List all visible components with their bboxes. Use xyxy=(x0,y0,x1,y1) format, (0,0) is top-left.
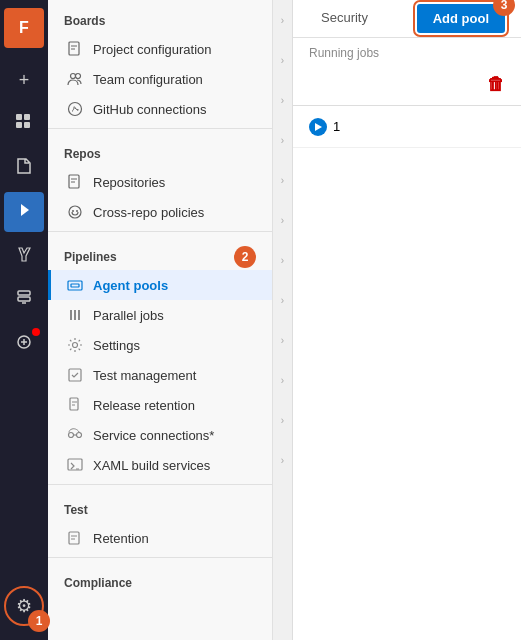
parallel-icon xyxy=(67,307,83,323)
boards-icon-button[interactable] xyxy=(4,104,44,144)
sidebar-item-team-configuration-label: Team configuration xyxy=(93,72,203,87)
svg-rect-22 xyxy=(68,459,82,470)
chevron-2: › xyxy=(273,40,293,80)
sidebar-item-team-configuration[interactable]: Team configuration xyxy=(48,64,272,94)
chevron-1: › xyxy=(273,0,293,40)
sidebar-item-agent-pools-label: Agent pools xyxy=(93,278,168,293)
sidebar-item-release-retention[interactable]: Release retention xyxy=(48,390,272,420)
test-icon-button[interactable] xyxy=(4,236,44,276)
trash-header-icon[interactable]: 🗑 xyxy=(487,74,505,95)
sidebar-item-service-connections[interactable]: Service connections* xyxy=(48,420,272,450)
artifacts-icon-button[interactable] xyxy=(4,280,44,320)
chevron-7: › xyxy=(273,240,293,280)
icon-bar: F + xyxy=(0,0,48,640)
step-badge-3: 3 xyxy=(493,0,515,16)
svg-rect-19 xyxy=(70,398,78,410)
chevron-11: › xyxy=(273,400,293,440)
svg-point-9 xyxy=(76,74,81,79)
pool-table-header: 🗑 xyxy=(293,64,521,106)
pipelines-icon-button[interactable] xyxy=(4,192,44,232)
svg-point-13 xyxy=(72,210,74,212)
running-number: 1 xyxy=(333,119,340,134)
chevron-9: › xyxy=(273,320,293,360)
repositories-icon xyxy=(67,174,83,190)
svg-rect-16 xyxy=(71,284,79,287)
icon-bar-top: + xyxy=(4,60,44,582)
svg-rect-23 xyxy=(69,532,79,544)
tab-security[interactable]: Security xyxy=(309,0,380,37)
pool-table: 🗑 1 xyxy=(293,64,521,640)
plus-icon-button[interactable]: + xyxy=(4,60,44,100)
table-row: 1 xyxy=(293,106,521,148)
sidebar-item-repositories[interactable]: Repositories xyxy=(48,167,272,197)
section-test: Test xyxy=(48,489,272,523)
sidebar-item-project-configuration-label: Project configuration xyxy=(93,42,212,57)
sidebar-item-retention[interactable]: Retention xyxy=(48,523,272,553)
section-boards: Boards xyxy=(48,0,272,34)
svg-rect-5 xyxy=(18,297,30,301)
svg-point-20 xyxy=(69,433,74,438)
sidebar-item-test-management-label: Test management xyxy=(93,368,196,383)
release-retention-icon xyxy=(67,397,83,413)
connections-icon xyxy=(67,427,83,443)
team-icon xyxy=(67,71,83,87)
extensions-icon xyxy=(15,333,33,356)
sidebar-item-repositories-label: Repositories xyxy=(93,175,165,190)
svg-point-14 xyxy=(76,210,78,212)
artifacts-icon xyxy=(15,289,33,312)
svg-rect-18 xyxy=(69,369,81,381)
main-content: Security Add pool 3 Running jobs 🗑 1 xyxy=(293,0,521,640)
sidebar-item-parallel-jobs[interactable]: Parallel jobs xyxy=(48,300,272,330)
logo-button[interactable]: F xyxy=(4,8,44,48)
policy-icon xyxy=(67,204,83,220)
test-icon xyxy=(15,245,33,268)
agent-pools-icon xyxy=(67,277,83,293)
svg-rect-2 xyxy=(16,122,22,128)
sidebar-item-test-management[interactable]: Test management xyxy=(48,360,272,390)
chevron-10: › xyxy=(273,360,293,400)
sidebar-item-xaml-build-services[interactable]: XAML build services xyxy=(48,450,272,480)
doc-icon xyxy=(67,41,83,57)
icon-bar-bottom: ⚙ 1 xyxy=(4,586,44,640)
svg-point-8 xyxy=(71,74,76,79)
sidebar-item-release-retention-label: Release retention xyxy=(93,398,195,413)
main-tabs: Security Add pool 3 xyxy=(293,0,521,38)
extensions-icon-button[interactable] xyxy=(4,324,44,364)
sidebar-item-github-connections[interactable]: GitHub connections xyxy=(48,94,272,124)
notification-badge xyxy=(32,328,40,336)
retention-icon xyxy=(67,530,83,546)
add-pool-button[interactable]: Add pool 3 xyxy=(417,4,505,33)
sidebar-item-cross-repo-policies[interactable]: Cross-repo policies xyxy=(48,197,272,227)
running-count: 1 xyxy=(309,118,340,136)
divider-test-compliance xyxy=(48,557,272,558)
github-icon xyxy=(67,101,83,117)
svg-rect-15 xyxy=(68,281,82,290)
sidebar-item-service-connections-label: Service connections* xyxy=(93,428,214,443)
sidebar: Boards Project configuration Team config… xyxy=(48,0,273,640)
sidebar-item-settings[interactable]: Settings xyxy=(48,330,272,360)
divider-boards-repos xyxy=(48,128,272,129)
sidebar-item-retention-label: Retention xyxy=(93,531,149,546)
step-badge-1: 1 xyxy=(28,610,50,632)
step-badge-2: 2 xyxy=(234,246,256,268)
sidebar-item-project-configuration[interactable]: Project configuration xyxy=(48,34,272,64)
chevron-8: › xyxy=(273,280,293,320)
repos-icon-button[interactable] xyxy=(4,148,44,188)
chevron-6: › xyxy=(273,200,293,240)
repos-icon xyxy=(15,157,33,180)
sidebar-item-parallel-jobs-label: Parallel jobs xyxy=(93,308,164,323)
svg-rect-0 xyxy=(16,114,22,120)
chevron-column: › › › › › › › › › › › › xyxy=(273,0,293,640)
svg-point-10 xyxy=(69,103,82,116)
svg-rect-3 xyxy=(24,122,30,128)
svg-point-12 xyxy=(69,206,81,218)
section-compliance: Compliance xyxy=(48,562,272,596)
svg-rect-4 xyxy=(18,291,30,295)
sidebar-item-xaml-build-services-label: XAML build services xyxy=(93,458,210,473)
sidebar-item-github-connections-label: GitHub connections xyxy=(93,102,206,117)
svg-rect-1 xyxy=(24,114,30,120)
running-indicator xyxy=(309,118,327,136)
sidebar-item-agent-pools[interactable]: Agent pools xyxy=(48,270,272,300)
section-repos: Repos xyxy=(48,133,272,167)
svg-point-21 xyxy=(77,433,82,438)
